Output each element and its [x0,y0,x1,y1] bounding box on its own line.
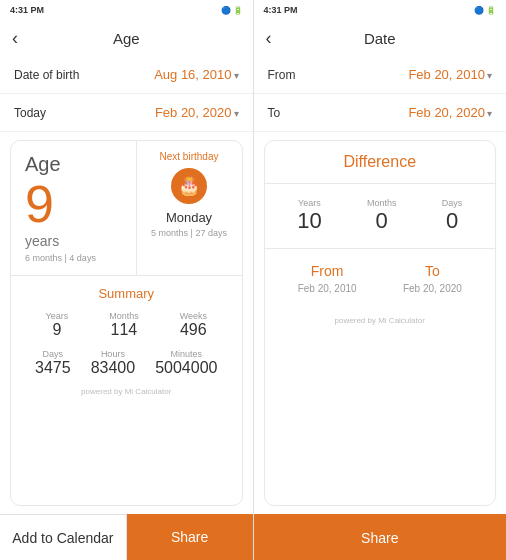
age-top-section: Age 9 years 6 months | 4 days Next birth… [11,141,242,276]
years-value: 9 [45,321,68,339]
years-label: Years [45,311,68,321]
diff-months-label: Months [367,198,397,208]
difference-title: Difference [265,141,496,184]
date-of-birth-value[interactable]: Aug 16, 2010▾ [154,67,238,82]
page-title-left: Age [113,30,140,47]
weeks-value: 496 [180,321,207,339]
diff-years-label: Years [297,198,321,208]
from-to-to-date: Feb 20, 2020 [403,283,462,294]
date-of-birth-row: Date of birth Aug 16, 2010▾ [0,56,253,94]
share-button-right[interactable]: Share [254,514,507,560]
hours-item: Hours 83400 [91,349,136,377]
back-button-right[interactable]: ‹ [266,29,272,47]
diff-days-value: 0 [442,208,463,234]
minutes-label: Minutes [155,349,217,359]
hours-label: Hours [91,349,136,359]
date-screen: 4:31 PM 🔵🔋 ‹ Date From Feb 20, 2010▾ To … [254,0,507,560]
age-card: Age 9 years 6 months | 4 days Next birth… [10,140,243,506]
header-right: ‹ Date [254,20,507,56]
powered-by-age: powered by Mi Calculator [25,387,228,396]
days-item: Days 3475 [35,349,71,377]
age-main: Age 9 years 6 months | 4 days [11,141,137,275]
from-to-to: To Feb 20, 2020 [403,263,462,294]
summary-row-1: Years 9 Months 114 Weeks 496 [25,311,228,339]
days-value: 3475 [35,359,71,377]
back-button-left[interactable]: ‹ [12,29,18,47]
to-label: To [268,106,281,120]
diff-months: Months 0 [367,198,397,234]
from-to-section: From Feb 20, 2010 To Feb 20, 2020 [265,249,496,308]
minutes-value: 5004000 [155,359,217,377]
to-row: To Feb 20, 2020▾ [254,94,507,132]
date-card: Difference Years 10 Months 0 Days 0 From [264,140,497,506]
share-button-left[interactable]: Share [127,514,253,560]
diff-years-value: 10 [297,208,321,234]
months-item: Months 114 [109,311,139,339]
add-to-calendar-button[interactable]: Add to Calendar [0,514,127,560]
age-unit: years [25,233,122,249]
diff-values-section: Years 10 Months 0 Days 0 [265,184,496,249]
status-icons-left: 🔵🔋 [221,6,243,15]
from-to-from-date: Feb 20, 2010 [298,283,357,294]
birthday-icon: 🎂 [171,168,207,204]
today-row: Today Feb 20, 2020▾ [0,94,253,132]
bottom-bar-right: Share [254,514,507,560]
summary-title: Summary [25,286,228,301]
powered-by-date: powered by Mi Calculator [265,308,496,333]
today-value[interactable]: Feb 20, 2020▾ [155,105,239,120]
header-left: ‹ Age [0,20,253,56]
diff-days-label: Days [442,198,463,208]
weeks-item: Weeks 496 [180,311,207,339]
age-screen: 4:31 PM 🔵🔋 ‹ Age Date of birth Aug 16, 2… [0,0,254,560]
page-title-right: Date [364,30,396,47]
from-value[interactable]: Feb 20, 2010▾ [408,67,492,82]
status-bar-left: 4:31 PM 🔵🔋 [0,0,253,20]
time-right: 4:31 PM [264,5,298,15]
age-text-label: Age [25,153,122,176]
from-to-to-label: To [403,263,462,279]
summary-section: Summary Years 9 Months 114 Weeks 496 [11,276,242,406]
next-birthday-section: Next birthday 🎂 Monday 5 months | 27 day… [137,141,242,275]
bottom-bar-left: Add to Calendar Share [0,514,253,560]
status-icons-right: 🔵🔋 [474,6,496,15]
status-bar-right: 4:31 PM 🔵🔋 [254,0,507,20]
diff-days: Days 0 [442,198,463,234]
months-value: 114 [109,321,139,339]
time-left: 4:31 PM [10,5,44,15]
age-sub: 6 months | 4 days [25,253,122,263]
next-birthday-label: Next birthday [145,151,234,162]
months-label: Months [109,311,139,321]
years-item: Years 9 [45,311,68,339]
date-of-birth-label: Date of birth [14,68,79,82]
minutes-item: Minutes 5004000 [155,349,217,377]
days-label: Days [35,349,71,359]
from-row: From Feb 20, 2010▾ [254,56,507,94]
diff-years: Years 10 [297,198,321,234]
birthday-day: Monday [145,210,234,225]
summary-row-2: Days 3475 Hours 83400 Minutes 5004000 [25,349,228,377]
hours-value: 83400 [91,359,136,377]
birthday-days-left: 5 months | 27 days [145,228,234,238]
diff-months-value: 0 [367,208,397,234]
age-number: 9 [25,176,122,233]
from-to-from-label: From [298,263,357,279]
to-value[interactable]: Feb 20, 2020▾ [408,105,492,120]
from-to-from: From Feb 20, 2010 [298,263,357,294]
today-label: Today [14,106,46,120]
weeks-label: Weeks [180,311,207,321]
from-label: From [268,68,296,82]
